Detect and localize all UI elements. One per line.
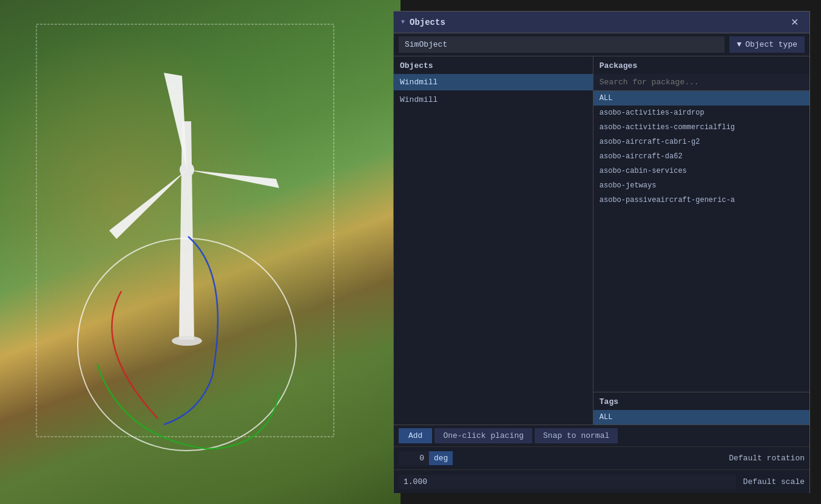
package-item-5[interactable]: asobo-jetways [593, 178, 809, 193]
add-button[interactable]: Add [399, 428, 432, 443]
package-item-2[interactable]: asobo-aircraft-cabri-g2 [593, 135, 809, 149]
package-item-all[interactable]: ALL [593, 91, 809, 106]
scale-label: Default scale [743, 477, 805, 486]
svg-rect-0 [0, 0, 400, 504]
action-row: Add One-click placing Snap to normal [394, 425, 809, 447]
oneclick-button[interactable]: One-click placing [434, 428, 532, 443]
object-type-button[interactable]: ▼ Object type [729, 36, 805, 53]
scale-row: Default scale [394, 470, 809, 493]
package-item-3[interactable]: asobo-aircraft-da62 [593, 149, 809, 164]
objects-selected-item[interactable]: Windmill [394, 74, 593, 90]
panel-header: ▼ Objects ✕ [394, 12, 809, 33]
close-button[interactable]: ✕ [787, 15, 802, 29]
simobject-row: SimObject ▼ Object type [394, 33, 809, 56]
packages-list: ALL asobo-activities-airdrop asobo-activ… [593, 91, 809, 392]
objects-section-header: Objects [394, 56, 593, 74]
scale-value-input[interactable] [399, 475, 736, 489]
rotation-row: deg Default rotation [394, 447, 809, 470]
tags-section-header: Tags [593, 392, 809, 410]
panel-title-area: ▼ Objects [401, 18, 445, 27]
rotation-value-input[interactable] [399, 451, 429, 465]
packages-panel-right: Packages ALL asobo-activities-airdrop as… [593, 56, 809, 425]
tags-list: ALL [593, 410, 809, 425]
rotation-unit: deg [429, 451, 453, 465]
object-type-label: Object type [745, 40, 797, 49]
svg-marker-7 [109, 170, 187, 239]
windmill-scene [0, 0, 400, 504]
objects-panel-left: Objects Windmill Windmill [394, 56, 593, 425]
objects-panel: ▼ Objects ✕ SimObject ▼ Object type Obje… [393, 11, 810, 493]
svg-marker-2 [179, 121, 194, 340]
tags-item-all[interactable]: ALL [593, 410, 809, 425]
panel-title: Objects [410, 18, 445, 27]
rotation-label: Default rotation [729, 454, 805, 463]
object-type-triangle-icon: ▼ [737, 40, 742, 49]
objects-list-item-windmill[interactable]: Windmill [394, 92, 593, 108]
package-item-6[interactable]: asobo-passiveaircraft-generic-a [593, 193, 809, 207]
package-item-0[interactable]: asobo-activities-airdrop [593, 106, 809, 120]
packages-section-header: Packages [593, 56, 809, 74]
package-item-1[interactable]: asobo-activities-commercialflig [593, 120, 809, 135]
panel-triangle-icon: ▼ [401, 19, 405, 25]
bottom-bar: Add One-click placing Snap to normal deg… [394, 425, 809, 493]
svg-marker-6 [187, 170, 279, 188]
tags-section: Tags ALL [593, 392, 809, 425]
package-search-input[interactable] [593, 74, 809, 91]
snap-button[interactable]: Snap to normal [535, 428, 618, 443]
svg-point-3 [172, 336, 202, 346]
main-content: Objects Windmill Windmill Packages ALL a… [394, 56, 809, 425]
simobject-label: SimObject [399, 36, 725, 53]
rotation-input-wrap: deg [399, 451, 721, 465]
package-item-4[interactable]: asobo-cabin-services [593, 164, 809, 178]
